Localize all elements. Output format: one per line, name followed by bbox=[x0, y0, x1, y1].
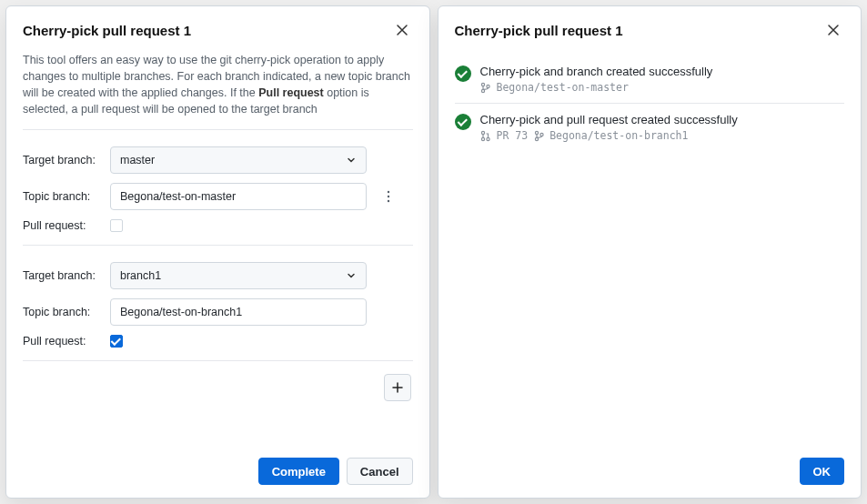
svg-point-7 bbox=[481, 137, 484, 140]
topic-branch-input[interactable] bbox=[110, 298, 367, 326]
close-icon bbox=[396, 24, 408, 36]
ok-button[interactable]: OK bbox=[800, 458, 845, 485]
svg-point-1 bbox=[388, 195, 389, 197]
cherry-pick-result-modal: Cherry-pick pull request 1 Cherry-pick a… bbox=[438, 5, 862, 499]
modal-footer: OK bbox=[439, 447, 862, 498]
branch-icon bbox=[480, 82, 491, 93]
target-branch-value: branch1 bbox=[120, 269, 161, 282]
svg-point-5 bbox=[487, 85, 489, 87]
pull-request-checkbox[interactable] bbox=[110, 219, 123, 232]
chevron-down-icon bbox=[346, 155, 357, 166]
modal-header: Cherry-pick pull request 1 bbox=[6, 6, 429, 46]
add-branch-button[interactable] bbox=[384, 374, 411, 401]
result-meta-label: Begona/test-on-master bbox=[497, 81, 629, 94]
svg-point-2 bbox=[388, 199, 389, 201]
modal-body: Cherry-pick and branch created successfu… bbox=[439, 46, 862, 447]
result-text: Cherry-pick and pull request created suc… bbox=[480, 113, 738, 126]
pull-request-label: Pull request: bbox=[23, 219, 110, 232]
modal-footer: Complete Cancel bbox=[6, 447, 429, 498]
success-icon bbox=[455, 114, 471, 130]
result-list: Cherry-pick and branch created successfu… bbox=[455, 46, 845, 160]
target-branch-select[interactable]: master bbox=[110, 146, 367, 174]
cherry-pick-form-modal: Cherry-pick pull request 1 This tool off… bbox=[5, 5, 430, 499]
close-button[interactable] bbox=[391, 19, 413, 41]
kebab-icon bbox=[387, 190, 390, 203]
svg-point-6 bbox=[481, 131, 484, 134]
svg-point-11 bbox=[540, 133, 543, 136]
branch-group: Target branch: master Topic branch: bbox=[23, 130, 413, 246]
target-branch-select[interactable]: branch1 bbox=[110, 262, 367, 289]
topic-branch-input[interactable] bbox=[110, 183, 367, 210]
topic-branch-label: Topic branch: bbox=[23, 306, 110, 318]
svg-point-8 bbox=[487, 137, 489, 140]
svg-point-9 bbox=[535, 131, 538, 134]
row-menu-button[interactable] bbox=[379, 186, 398, 207]
success-icon bbox=[455, 66, 471, 82]
intro-text: This tool offers an easy way to use the … bbox=[23, 46, 413, 130]
result-meta-label: Begona/test-on-branch1 bbox=[549, 129, 688, 142]
plus-icon bbox=[391, 381, 404, 394]
result-meta: PR 73 Begona/test-on-branch1 bbox=[480, 129, 738, 142]
branch-group: Target branch: branch1 Topic branch: Pul… bbox=[23, 246, 413, 361]
target-branch-value: master bbox=[120, 154, 155, 166]
pull-request-icon bbox=[480, 130, 491, 141]
result-item: Cherry-pick and branch created successfu… bbox=[455, 55, 845, 104]
cancel-button[interactable]: Cancel bbox=[347, 458, 413, 485]
pull-request-label: Pull request: bbox=[23, 335, 110, 348]
pull-request-checkbox[interactable] bbox=[110, 335, 123, 348]
result-text: Cherry-pick and branch created successfu… bbox=[480, 65, 713, 78]
target-branch-label: Target branch: bbox=[23, 269, 110, 282]
close-button[interactable] bbox=[822, 19, 844, 41]
svg-point-0 bbox=[388, 190, 389, 192]
modal-body: This tool offers an easy way to use the … bbox=[6, 46, 429, 447]
chevron-down-icon bbox=[346, 270, 357, 281]
topic-branch-label: Topic branch: bbox=[23, 190, 110, 203]
result-meta: Begona/test-on-master bbox=[480, 81, 713, 94]
modal-title: Cherry-pick pull request 1 bbox=[23, 23, 191, 38]
target-branch-label: Target branch: bbox=[23, 154, 110, 166]
modal-title: Cherry-pick pull request 1 bbox=[455, 23, 623, 38]
svg-point-3 bbox=[481, 83, 484, 86]
modal-header: Cherry-pick pull request 1 bbox=[439, 6, 862, 46]
add-row-container bbox=[23, 361, 413, 401]
close-icon bbox=[827, 24, 840, 36]
complete-button[interactable]: Complete bbox=[258, 458, 339, 485]
result-item: Cherry-pick and pull request created suc… bbox=[455, 104, 845, 151]
branch-icon bbox=[533, 130, 544, 141]
result-meta-label: PR 73 bbox=[497, 129, 529, 142]
